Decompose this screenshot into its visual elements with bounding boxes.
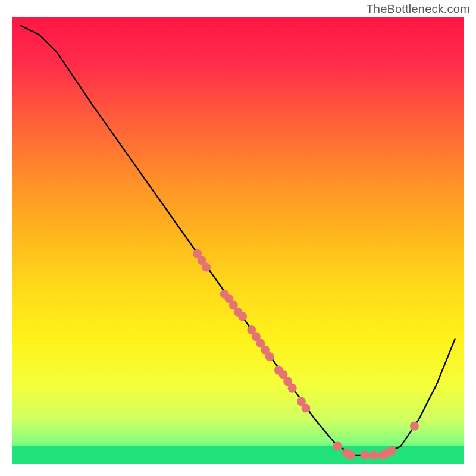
data-point [265, 352, 274, 361]
data-point [410, 422, 419, 431]
bottleneck-curve-chart [0, 0, 476, 476]
data-point [333, 441, 342, 450]
data-point [302, 404, 311, 413]
data-point [360, 451, 369, 460]
data-point [202, 263, 211, 272]
attribution-label: TheBottleneck.com [366, 2, 470, 16]
data-point [238, 312, 247, 321]
chart-container: TheBottleneck.com [0, 0, 476, 476]
data-point [288, 384, 297, 393]
chart-background [12, 17, 464, 464]
data-point [387, 446, 396, 455]
data-point [369, 451, 378, 460]
data-point [347, 451, 356, 460]
